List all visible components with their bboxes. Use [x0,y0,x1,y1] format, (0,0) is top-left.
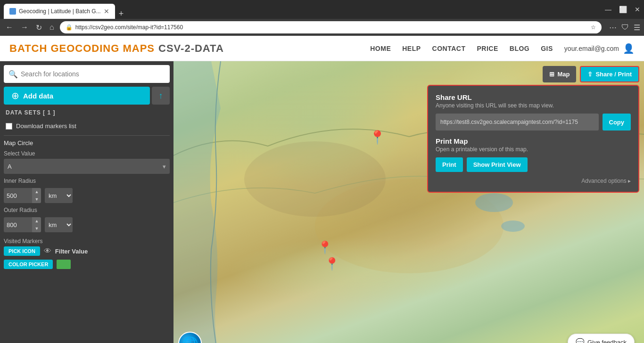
teal-pin-icon: 📍 [317,240,332,254]
marker-3[interactable]: 📍 [324,257,339,271]
active-tab[interactable]: Geocoding | Latitude | Batch G... ✕ [4,4,115,19]
close-btn[interactable]: ✕ [635,6,640,13]
share-print-button[interactable]: ⇧ Share / Print [580,66,639,82]
tab-title: Geocoding | Latitude | Batch G... [19,8,101,15]
bookmark-star[interactable]: ☆ [591,24,596,31]
user-avatar-icon[interactable]: 👤 [623,43,635,54]
maximize-btn[interactable]: ⬜ [619,6,627,13]
new-tab-button[interactable]: + [115,9,128,19]
globe-icon: 🌐 [178,332,202,343]
outer-radius-up-btn[interactable]: ▲ [33,217,41,225]
nav-gis[interactable]: GIS [541,45,553,52]
green-pin-icon: 📍 [324,257,339,271]
upload-button[interactable]: ↑ [152,87,170,105]
copy-button[interactable]: Copy [603,114,631,131]
give-feedback-label: Give feedback [587,339,627,343]
address-url[interactable]: https://csv2geo.com/site/map-it?id=11756… [75,24,588,31]
nav-price[interactable]: PRICE [477,45,498,52]
svg-point-2 [475,193,513,212]
color-picker-row: COLOR PICKER [4,260,170,269]
print-buttons: Print Show Print View [436,157,631,172]
forward-button[interactable]: → [19,21,30,33]
pick-icon-button[interactable]: PICK ICON [4,246,40,256]
plus-icon: ⊕ [11,90,19,101]
nav-contact[interactable]: CONTACT [432,45,466,52]
outer-radius-unit[interactable]: km miles m [45,217,73,232]
browser-nav-icons: ⋯ 🛡 ☰ [609,23,640,32]
blue-pin-icon: 📍 [369,130,386,145]
brand-part1: BATCH GEOCODING MAPS [9,42,155,55]
color-picker-button[interactable]: COLOR PICKER [4,260,53,269]
brand-logo: BATCH GEOCODING MAPS CSV-2-DATA [9,42,224,55]
nav-bar: ← → ↻ ⌂ 🔒 https://csv2geo.com/site/map-i… [0,19,644,36]
menu-icon[interactable]: ☰ [634,23,640,32]
share-url-subtitle: Anyone visiting this URL will see this m… [436,102,631,109]
advanced-options[interactable]: Advanced options ▸ [436,178,631,184]
inner-radius-group: Inner Radius ▲ ▼ km miles m [4,178,170,203]
back-button[interactable]: ← [4,21,15,33]
search-input[interactable] [21,70,165,78]
minimize-btn[interactable]: — [605,6,611,13]
advanced-options-label: Advanced options [581,178,626,184]
select-value-label: Select Value [4,150,170,157]
nav-help[interactable]: HELP [402,45,421,52]
download-checkbox[interactable] [6,123,12,130]
eye-icon[interactable]: 👁 [44,247,51,255]
visited-markers-row: PICK ICON 👁 Filter Value [4,246,170,256]
header-user: your.email@g.com 👤 [564,43,635,54]
extensions-icon[interactable]: ⋯ [609,23,617,32]
visited-markers-group: Visited Markers PICK ICON 👁 Filter Value [4,238,170,256]
refresh-button[interactable]: ↻ [34,21,44,34]
tab-close-btn[interactable]: ✕ [104,8,109,15]
add-data-button[interactable]: ⊕ Add data [4,87,150,105]
give-feedback-button[interactable]: 💬 Give feedback [568,334,635,343]
inner-radius-label: Inner Radius [4,178,170,184]
map-icon: ⊞ [549,71,554,78]
print-button[interactable]: Print [436,157,463,172]
add-data-row: ⊕ Add data ↑ [4,87,170,105]
download-label: Download markers list [16,122,76,130]
tab-favicon [9,8,16,15]
map-background: 📍 📍 📍 🌐 ⊞ Map [173,61,644,343]
divider-1 [4,135,170,136]
chevron-right-icon: ▸ [628,178,631,184]
shield-icon[interactable]: 🛡 [621,23,629,32]
add-data-label: Add data [23,92,53,100]
show-print-view-button[interactable]: Show Print View [467,157,528,172]
header-nav: HOME HELP CONTACT PRICE BLOG GIS [370,45,553,52]
datasets-header: DATA SETS [ 1 ] [0,105,173,118]
app-wrapper: BATCH GEOCODING MAPS CSV-2-DATA HOME HEL… [0,36,644,343]
home-button[interactable]: ⌂ [48,21,56,33]
nav-home[interactable]: HOME [370,45,391,52]
sidebar: 🔍 ⊕ Add data ↑ DATA SETS [ 1 ] [0,61,173,343]
outer-radius-row: ▲ ▼ km miles m [4,217,170,232]
marker-2[interactable]: 📍 [317,240,332,255]
search-icon: 🔍 [8,70,18,79]
share-print-label: Share / Print [595,71,632,78]
marker-1[interactable]: 📍 [369,130,386,145]
app-body: 🔍 ⊕ Add data ↑ DATA SETS [ 1 ] [0,61,644,343]
outer-radius-input[interactable] [4,221,32,229]
inner-radius-input[interactable] [4,192,32,199]
lock-icon: 🔒 [66,24,73,31]
outer-radius-down-btn[interactable]: ▼ [33,225,41,232]
print-map-subtitle: Open a printable version of this map. [436,146,631,153]
outer-radius-spinner: ▲ ▼ [32,217,41,232]
svg-point-1 [244,141,386,217]
select-value-dropdown[interactable]: A ▾ [4,159,170,174]
feedback-icon: 💬 [576,338,585,343]
inner-radius-up-btn[interactable]: ▲ [33,188,41,196]
nav-blog[interactable]: BLOG [510,45,529,52]
address-bar[interactable]: 🔒 https://csv2geo.com/site/map-it?id=117… [60,21,602,33]
share-url-title: Share URL [436,93,631,101]
inner-radius-unit[interactable]: km miles m [45,188,73,203]
inner-radius-input-wrap: ▲ ▼ [4,188,41,203]
map-view-button[interactable]: ⊞ Map [543,66,576,82]
filter-value-label: Filter Value [55,248,88,255]
inner-radius-down-btn[interactable]: ▼ [33,196,41,203]
globe-emoji: 🌐 [182,336,198,343]
share-url-input[interactable] [436,114,599,131]
color-swatch[interactable] [57,260,71,269]
map-circle-group: Map Circle [4,139,170,147]
outer-radius-input-wrap: ▲ ▼ [4,217,41,232]
